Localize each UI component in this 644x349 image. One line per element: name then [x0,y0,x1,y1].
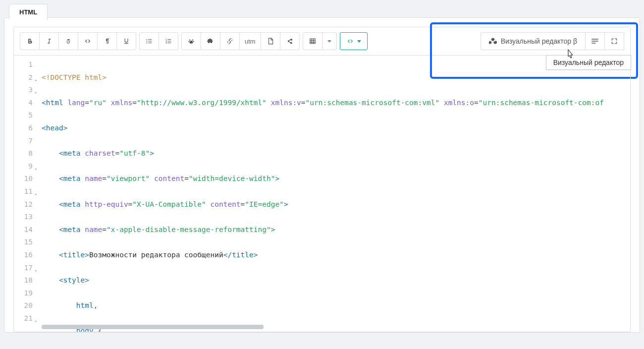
tab-html[interactable]: HTML [9,4,48,20]
link-button[interactable] [220,32,240,50]
wrap-lines-button[interactable] [585,32,605,50]
share-icon [286,38,293,45]
line-number: 16 [16,249,33,262]
italic-icon [46,38,53,45]
bold-icon [26,38,33,45]
line-number: 4 [16,97,33,110]
wrap-icon [591,38,599,44]
line-number: 19 [16,287,33,300]
paragraph-icon [104,38,110,45]
source-code-button[interactable] [340,32,368,50]
paw-button[interactable] [181,32,201,50]
paragraph-button[interactable] [97,32,117,50]
code-inline-button[interactable] [78,32,98,50]
line-number: 10 [16,173,33,185]
line-number: 15 [16,236,33,249]
share-button[interactable] [280,32,300,50]
line-number: 3 [16,84,33,97]
caret-down-icon [327,40,331,43]
caret-down-icon [357,40,361,43]
fullscreen-button[interactable] [604,32,624,50]
ol-icon [164,38,172,45]
visual-editor-label: Визуальный редактор β [501,37,577,45]
table-dropdown-button[interactable] [322,32,337,50]
paw-icon [187,38,195,45]
plugin-button[interactable] [201,32,220,50]
gutter: 1 2 3 4 5 6 7 8 9 10 11 12 13 14 15 16 1… [14,56,38,332]
file-button[interactable] [261,32,280,50]
utm-button[interactable]: utm [239,32,261,50]
line-number: 6 [16,122,33,135]
line-number: 9 [16,160,33,173]
line-number: 13 [16,211,33,224]
editor-panel: utm [4,17,640,333]
ul-icon [145,38,153,45]
code-editor[interactable]: 1 2 3 4 5 6 7 8 9 10 11 12 13 14 15 16 1… [13,56,631,332]
line-number: 18 [16,274,33,287]
code-area[interactable]: <!DOCTYPE html> <html lang="ru" xmlns="h… [38,56,630,332]
puzzle-icon [207,38,215,45]
strikethrough-icon [64,38,72,45]
underline-icon [123,38,130,45]
line-number: 11 [16,185,33,198]
ordered-list-button[interactable] [159,32,178,50]
italic-button[interactable] [39,32,59,50]
visual-editor-button[interactable]: Визуальный редактор β [481,32,586,50]
horizontal-scrollbar[interactable] [42,325,626,329]
code-block-icon [346,38,354,45]
link-icon [226,38,234,45]
line-number: 20 [16,299,33,312]
strike-button[interactable] [58,32,78,50]
line-number: 21 [16,312,33,325]
tooltip: Визуальный редактор [546,55,631,70]
table-button[interactable] [303,32,322,50]
bold-button[interactable] [20,32,40,50]
toolbar: utm [13,27,631,56]
line-number: 8 [16,147,33,160]
line-number: 14 [16,224,33,236]
expand-icon [611,38,618,45]
line-number: 5 [16,109,33,122]
line-number: 12 [16,198,33,211]
cubes-icon [489,38,497,45]
code-icon [84,38,92,45]
line-number: 2 [16,71,33,84]
unordered-list-button[interactable] [139,32,159,50]
scrollbar-thumb[interactable] [42,325,264,329]
line-number: 1 [16,58,33,71]
line-number: 17 [16,262,33,275]
table-icon [309,38,317,45]
file-icon [267,37,274,45]
line-number: 7 [16,135,33,148]
underline-button[interactable] [116,32,136,50]
